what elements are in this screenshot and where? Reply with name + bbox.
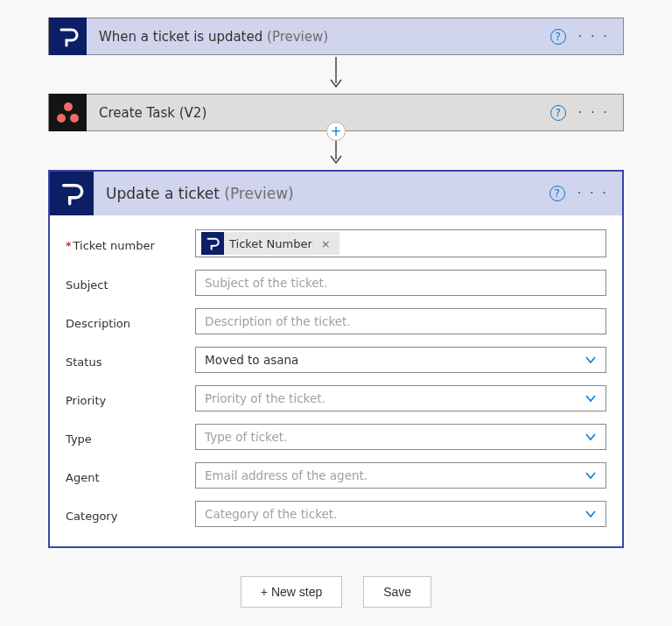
help-icon[interactable]: ?: [550, 186, 565, 201]
freshdesk-icon: [201, 232, 224, 255]
arrow-connector-with-add: +: [48, 131, 624, 170]
freshdesk-icon: [50, 172, 94, 215]
save-button[interactable]: Save: [363, 576, 431, 608]
more-icon[interactable]: · · ·: [578, 30, 609, 44]
dropdown-type[interactable]: Type of ticket.: [195, 424, 606, 450]
label-description: Description: [66, 313, 195, 330]
arrow-connector: [48, 55, 624, 94]
dropdown-priority[interactable]: Priority of the ticket.: [195, 385, 606, 411]
label-status: Status: [66, 352, 195, 369]
label-priority: Priority: [66, 390, 195, 407]
asana-icon: [49, 94, 87, 131]
token-label: Ticket Number: [229, 237, 312, 250]
trigger-card[interactable]: When a ticket is updated (Preview) ? · ·…: [48, 18, 624, 55]
trigger-title: When a ticket is updated (Preview): [87, 29, 550, 45]
chevron-down-icon: [584, 508, 597, 520]
new-step-button[interactable]: + New step: [241, 576, 342, 608]
freshdesk-icon: [49, 18, 87, 55]
help-icon[interactable]: ?: [550, 105, 566, 121]
label-type: Type: [66, 429, 195, 446]
selected-action-card: Update a ticket (Preview) ? · · · Ticket…: [48, 170, 624, 548]
more-icon[interactable]: · · ·: [578, 106, 609, 120]
label-category: Category: [66, 506, 195, 523]
chevron-down-icon: [584, 392, 597, 404]
more-icon[interactable]: · · ·: [578, 186, 608, 200]
input-description[interactable]: Description of the ticket.: [195, 308, 606, 334]
chevron-down-icon: [584, 431, 597, 443]
selected-action-title: Update a ticket (Preview): [94, 185, 550, 202]
token-ticket-number[interactable]: Ticket Number ×: [201, 232, 340, 255]
token-remove-icon[interactable]: ×: [318, 237, 334, 250]
chevron-down-icon: [584, 469, 597, 482]
add-step-icon[interactable]: +: [326, 122, 346, 141]
input-ticket-number[interactable]: Ticket Number ×: [195, 229, 606, 257]
selected-action-header[interactable]: Update a ticket (Preview) ? · · ·: [50, 172, 622, 215]
chevron-down-icon: [584, 354, 597, 366]
label-ticket-number: Ticket number: [66, 236, 195, 252]
form-body: Ticket number Ticket Number × Subject Su…: [50, 215, 622, 546]
label-agent: Agent: [66, 468, 195, 484]
dropdown-agent[interactable]: Email address of the agent.: [195, 462, 606, 489]
action-title: Create Task (V2): [87, 105, 550, 121]
input-subject[interactable]: Subject of the ticket.: [195, 270, 606, 296]
help-icon[interactable]: ?: [550, 29, 566, 45]
dropdown-status[interactable]: Moved to asana: [195, 347, 606, 373]
dropdown-category[interactable]: Category of the ticket.: [195, 501, 606, 527]
label-subject: Subject: [66, 275, 195, 292]
